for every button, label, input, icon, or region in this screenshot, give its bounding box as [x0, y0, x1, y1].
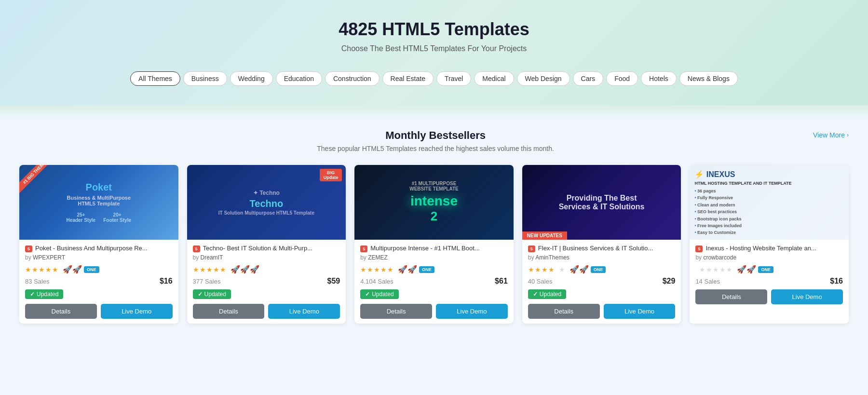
- sales-price-row-4: 40 Sales$29: [528, 277, 676, 286]
- card-3: #1 MULTIPURPOSEWEBSITE TEMPLATE intense …: [354, 165, 514, 324]
- stars-filled-4: ★★★★: [528, 266, 555, 273]
- card-author-1: by WPEXPERT: [25, 254, 173, 261]
- cards-grid: Poket Business & MultiPurposeHTML5 Templ…: [19, 165, 849, 324]
- stars-filled-1: ★★★★★: [25, 266, 59, 273]
- card-image-3: #1 MULTIPURPOSEWEBSITE TEMPLATE intense …: [354, 165, 514, 240]
- html5-badge: 5: [695, 245, 703, 252]
- filter-tag-web-design[interactable]: Web Design: [517, 71, 570, 86]
- price-2: $59: [327, 277, 340, 286]
- card-body-5: 5Inexus - Hosting Website Template an...…: [690, 240, 849, 309]
- card-title-4: Flex-IT | Business Services & IT Solutio…: [538, 245, 653, 252]
- details-button-5[interactable]: Details: [695, 289, 767, 304]
- card-body-2: 5Techno- Best IT Solution & Multi-Purp..…: [187, 240, 346, 324]
- view-more-link[interactable]: View More ›: [813, 129, 849, 139]
- sales-count-3: 4.104 Sales: [360, 278, 393, 285]
- card-2: ✦ Techno Techno IT Solution Multipurpose…: [187, 165, 346, 324]
- hero-subtitle: Choose The Best HTML5 Templates For Your…: [10, 44, 858, 53]
- filter-tag-real-estate[interactable]: Real Estate: [382, 71, 434, 86]
- rocket-icon-2: 🚀🚀🚀: [231, 265, 259, 274]
- section-title-area: Monthly Bestsellers These popular HTML5 …: [58, 129, 813, 162]
- section-title: Monthly Bestsellers: [58, 129, 813, 142]
- price-4: $29: [663, 277, 676, 286]
- live-demo-button-2[interactable]: Live Demo: [268, 304, 340, 319]
- html5-badge: 5: [360, 245, 367, 252]
- stars-row-2: ★★★★★🚀🚀🚀: [193, 265, 340, 274]
- sales-count-4: 40 Sales: [528, 278, 553, 285]
- sales-price-row-2: 377 Sales$59: [193, 277, 340, 286]
- hero-section: 4825 HTML5 Templates Choose The Best HTM…: [0, 0, 868, 105]
- card-image-4: Providing The BestServices & IT Solution…: [522, 165, 681, 240]
- rocket-icon-3: 🚀🚀: [398, 265, 417, 274]
- filter-tag-hotels[interactable]: Hotels: [641, 71, 677, 86]
- stars-empty-5: ★★★★★: [699, 266, 733, 273]
- one-badge-4: ONE: [591, 266, 606, 273]
- filter-tag-news--blogs[interactable]: News & Blogs: [679, 71, 738, 86]
- updated-badge-2: Updated: [193, 289, 231, 299]
- card-badges-2: 🚀🚀🚀: [231, 265, 259, 274]
- one-badge-5: ONE: [758, 266, 773, 273]
- filter-tag-wedding[interactable]: Wedding: [230, 71, 273, 86]
- html5-badge: 5: [193, 245, 200, 252]
- filter-tag-business[interactable]: Business: [183, 71, 227, 86]
- price-1: $16: [160, 277, 173, 286]
- filter-tag-travel[interactable]: Travel: [436, 71, 471, 86]
- sales-count-1: 83 Sales: [25, 278, 50, 285]
- filter-tag-food[interactable]: Food: [606, 71, 638, 86]
- price-5: $16: [830, 277, 843, 286]
- details-button-4[interactable]: Details: [528, 304, 600, 319]
- card-body-1: 5Poket - Business And Multipurpose Re...…: [19, 240, 178, 324]
- action-buttons-3: DetailsLive Demo: [360, 304, 508, 319]
- card-image-1: Poket Business & MultiPurposeHTML5 Templ…: [19, 165, 178, 240]
- card-1: Poket Business & MultiPurposeHTML5 Templ…: [19, 165, 178, 324]
- card-image-2: ✦ Techno Techno IT Solution Multipurpose…: [187, 165, 346, 240]
- sales-price-row-3: 4.104 Sales$61: [360, 277, 508, 286]
- card-author-3: by ZEMEZ: [360, 254, 508, 261]
- hero-separator: [0, 105, 868, 120]
- section-header: Monthly Bestsellers These popular HTML5 …: [19, 129, 849, 162]
- stars-row-3: ★★★★★🚀🚀ONE: [360, 265, 508, 274]
- card-author-2: by DreamIT: [193, 254, 340, 261]
- filter-tag-medical[interactable]: Medical: [474, 71, 514, 86]
- filter-tag-all-themes[interactable]: All Themes: [130, 71, 180, 86]
- card-4: Providing The BestServices & IT Solution…: [522, 165, 681, 324]
- details-button-3[interactable]: Details: [360, 304, 432, 319]
- stars-filled-3: ★★★★★: [360, 266, 394, 273]
- details-button-2[interactable]: Details: [193, 304, 265, 319]
- updated-badge-3: Updated: [360, 289, 398, 299]
- card-badges-4: 🚀🚀ONE: [570, 265, 606, 274]
- updated-badge-1: Updated: [25, 289, 63, 299]
- card-image-5: ⚡ INEXUS HTML HOSTING TEMPLATE AND IT TE…: [690, 165, 849, 240]
- section-subtitle: These popular HTML5 Templates reached th…: [58, 145, 813, 152]
- filter-tag-cars[interactable]: Cars: [573, 71, 604, 86]
- sales-price-row-5: 14 Sales$16: [695, 277, 843, 286]
- card-badges-5: 🚀🚀ONE: [737, 265, 773, 274]
- html5-badge: 5: [25, 245, 32, 252]
- sales-count-2: 377 Sales: [193, 278, 221, 285]
- filter-tag-construction[interactable]: Construction: [325, 71, 380, 86]
- page-title: 4825 HTML5 Templates: [10, 19, 858, 40]
- card-author-4: by AminThemes: [528, 254, 676, 261]
- live-demo-button-1[interactable]: Live Demo: [101, 304, 173, 319]
- card-author-5: by crowbarcode: [695, 254, 843, 261]
- filter-bar: All ThemesBusinessWeddingEducationConstr…: [10, 67, 858, 91]
- action-buttons-1: DetailsLive Demo: [25, 304, 173, 319]
- filter-tag-education[interactable]: Education: [276, 71, 322, 86]
- stars-row-5: ★★★★★🚀🚀ONE: [695, 265, 843, 274]
- stars-filled-2: ★★★★★: [193, 266, 227, 273]
- action-buttons-2: DetailsLive Demo: [193, 304, 340, 319]
- one-badge-3: ONE: [419, 266, 434, 273]
- action-buttons-4: DetailsLive Demo: [528, 304, 676, 319]
- stars-row-1: ★★★★★🚀🚀ONE: [25, 265, 173, 274]
- one-badge-1: ONE: [84, 266, 99, 273]
- details-button-1[interactable]: Details: [25, 304, 97, 319]
- live-demo-button-4[interactable]: Live Demo: [604, 304, 676, 319]
- stars-row-4: ★★★★★🚀🚀ONE: [528, 265, 676, 274]
- main-content: Monthly Bestsellers These popular HTML5 …: [0, 120, 868, 343]
- new-updates-badge: NEW UPDATES: [522, 232, 567, 240]
- card-body-4: 5Flex-IT | Business Services & IT Soluti…: [522, 240, 681, 324]
- card-5: ⚡ INEXUS HTML HOSTING TEMPLATE AND IT TE…: [690, 165, 849, 324]
- card-title-1: Poket - Business And Multipurpose Re...: [35, 245, 148, 252]
- live-demo-button-3[interactable]: Live Demo: [436, 304, 508, 319]
- live-demo-button-5[interactable]: Live Demo: [771, 289, 843, 304]
- updated-badge-4: Updated: [528, 289, 566, 299]
